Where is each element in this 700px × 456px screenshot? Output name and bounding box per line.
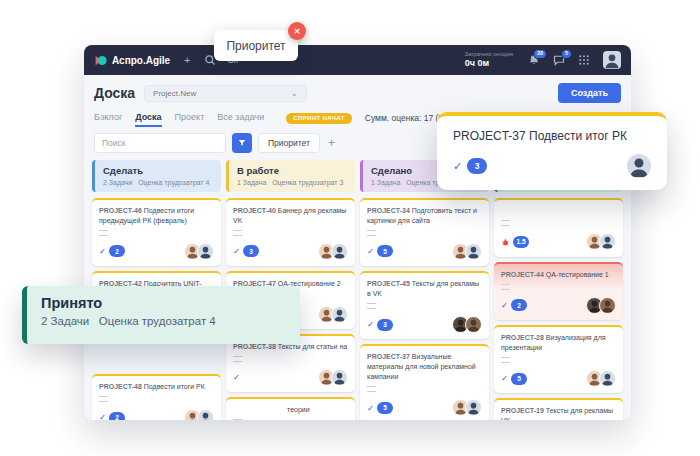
task-title: теории — [233, 405, 348, 415]
done-check-icon: ✓ — [367, 320, 374, 329]
task-card[interactable]: теории✓3 — [226, 397, 355, 420]
priority-filter-chip[interactable]: Приоритет — [258, 133, 320, 153]
column-meta: 1 Задача Оценка трудозатрат 3 — [237, 179, 347, 186]
bell-icon[interactable]: 28 — [528, 54, 540, 66]
avatar — [599, 297, 616, 314]
search-input[interactable] — [94, 133, 226, 153]
description-icon — [367, 230, 376, 236]
done-check-icon: ✓ — [501, 301, 508, 310]
description-icon — [501, 357, 510, 363]
avatar — [331, 369, 348, 386]
time-tracker: Затрачено сегодня 0ч 0м — [465, 51, 513, 68]
task-footer: ✓2 — [99, 409, 214, 420]
done-check-icon: ✓ — [367, 404, 374, 413]
accepted-callout: Принято 2 Задачи Оценка трудозатрат 4 — [22, 286, 300, 344]
description-icon — [367, 386, 376, 392]
estimate-badge: 5 — [377, 402, 393, 414]
avatar — [627, 154, 651, 178]
page-title: Доска — [94, 85, 135, 101]
task-popup-card[interactable]: PROJECT-37 Подвести итог РК ✓ 3 — [437, 112, 667, 190]
time-tracker-value: 0ч 0м — [465, 58, 513, 69]
column-title: В работе — [237, 165, 347, 176]
task-code: PROJECT-28 — [501, 334, 544, 341]
tab-board[interactable]: Доска — [135, 109, 161, 127]
task-card[interactable]: PROJECT-34Подготовить текст и картинки д… — [360, 198, 489, 266]
chat-icon[interactable]: 5 — [553, 54, 565, 66]
done-check-icon: ✓ — [233, 373, 240, 382]
description-icon — [501, 284, 510, 290]
task-footer: ✓5 — [501, 370, 616, 387]
done-check-icon: ✓ — [367, 247, 374, 256]
messages-badge: 5 — [561, 49, 572, 59]
task-code: PROJECT-19 — [501, 407, 544, 414]
avatar — [197, 409, 214, 420]
user-avatar[interactable] — [603, 51, 621, 69]
task-title: PROJECT-34Подготовить текст и картинки д… — [367, 206, 482, 226]
project-select-value: Project.New — [153, 89, 196, 98]
tab-project[interactable]: Проект — [175, 109, 205, 127]
assignee-avatars — [184, 409, 214, 420]
assignee-avatars — [318, 306, 348, 323]
avatar — [465, 243, 482, 260]
assignee-avatars — [318, 369, 348, 386]
done-check-icon: ✓ — [453, 161, 462, 172]
task-code: PROJECT-45 — [367, 280, 410, 287]
time-tracker-label: Затрачено сегодня — [465, 51, 513, 58]
task-card[interactable]: PROJECT-37Визуальные материалы для новой… — [360, 344, 489, 420]
app-logo[interactable]: Аспро.Agile — [94, 54, 170, 67]
task-title: PROJECT-37Визуальные материалы для новой… — [367, 352, 482, 382]
task-code: PROJECT-48 — [99, 383, 142, 390]
project-select[interactable]: Project.New ⌄ — [144, 85, 307, 102]
chevron-down-icon: ⌄ — [291, 91, 299, 96]
create-button[interactable]: Создать — [558, 83, 621, 103]
avatar — [331, 306, 348, 323]
task-footer: ✓5 — [367, 399, 482, 416]
filter-funnel-button[interactable] — [232, 133, 252, 153]
add-icon[interactable]: + — [181, 54, 193, 66]
task-card[interactable]: 1.5 — [494, 198, 623, 257]
bug-icon — [501, 233, 510, 251]
done-check-icon: ✓ — [99, 413, 106, 420]
apps-grid-icon[interactable] — [578, 54, 590, 66]
app-window: Аспро.Agile + Сп Затрачено сегодня 0ч 0м… — [84, 45, 631, 420]
task-card[interactable]: PROJECT-46Подвести итоги предыдущей РК (… — [92, 198, 221, 266]
task-card[interactable]: PROJECT-19Тексты для рекламы VK✓5 — [494, 398, 623, 420]
description-icon — [99, 230, 108, 236]
task-code: PROJECT-34 — [367, 207, 410, 214]
avatar — [599, 233, 616, 250]
tab-all-tasks[interactable]: Все задачи — [217, 109, 264, 127]
column-title: Сделать — [103, 165, 213, 176]
priority-tooltip-label: Приоритет — [226, 39, 285, 53]
accepted-title: Принято — [41, 295, 286, 311]
task-card[interactable]: PROJECT-44QA-тестирование 1✓2 — [494, 262, 623, 320]
estimate-badge: 3 — [377, 319, 393, 331]
avatar — [465, 316, 482, 333]
task-title: PROJECT-46Подвести итоги предыдущей РК (… — [99, 206, 214, 226]
estimate-badge: 3 — [243, 245, 259, 257]
assignee-avatars — [586, 370, 616, 387]
top-navbar: Аспро.Agile + Сп Затрачено сегодня 0ч 0м… — [84, 45, 631, 75]
board-column: Сделано1 Задача Оценка трудозатрат 6PROJ… — [360, 160, 489, 420]
tab-backlog[interactable]: Бэклог — [94, 109, 122, 127]
task-card[interactable]: PROJECT-28Визуализация для презентации✓5 — [494, 325, 623, 393]
assignee-avatars — [184, 243, 214, 260]
task-card[interactable]: PROJECT-40Баннер для рекламы VK✓3 — [226, 198, 355, 266]
task-code: PROJECT-46 — [99, 207, 142, 214]
assignee-avatars — [586, 233, 616, 250]
priority-tooltip: Приоритет ✕ — [214, 30, 298, 61]
task-footer: ✓3 — [233, 243, 348, 260]
description-icon — [99, 396, 108, 402]
task-title: PROJECT-40Баннер для рекламы VK — [233, 206, 348, 226]
task-title: PROJECT-45Тексты для рекламы в VK — [367, 279, 482, 299]
avatar — [197, 243, 214, 260]
description-icon — [233, 356, 242, 362]
popup-footer: ✓ 3 — [453, 154, 651, 178]
close-icon[interactable]: ✕ — [288, 22, 306, 40]
add-filter-button[interactable]: + — [326, 137, 337, 149]
task-card[interactable]: PROJECT-45Тексты для рекламы в VK✓3 — [360, 271, 489, 339]
task-card[interactable]: PROJECT-48Подвести итоги РК✓2 — [92, 374, 221, 420]
estimate-badge: 5 — [511, 373, 527, 385]
estimate-badge: 3 — [467, 158, 487, 174]
assignee-avatars — [586, 297, 616, 314]
avatar — [599, 370, 616, 387]
